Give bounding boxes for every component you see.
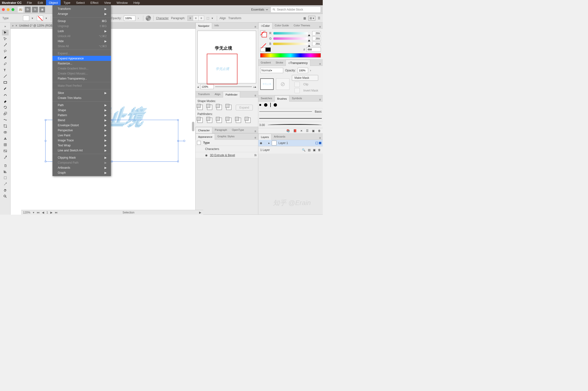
magic-wand-tool[interactable]	[2, 42, 9, 48]
expand-button[interactable]: Expand	[236, 105, 253, 110]
line-tool[interactable]	[2, 73, 9, 79]
g-value[interactable]	[312, 36, 321, 41]
nav-last[interactable]: ⏭	[55, 211, 58, 214]
panel-menu-icon[interactable]: ≡	[317, 25, 323, 28]
menu-item-transform[interactable]: Transform▶	[52, 6, 111, 11]
expand-doctabs[interactable]: »	[12, 24, 14, 27]
appearance-row-type[interactable]: Type	[196, 140, 258, 146]
invert-checkbox[interactable]: Invert Mask	[292, 88, 318, 93]
lasso-tool[interactable]	[2, 48, 9, 54]
pen-tool[interactable]	[2, 55, 9, 60]
brush-lib2-icon[interactable]: 📕	[293, 129, 297, 132]
stroke-swatch[interactable]	[37, 15, 43, 21]
tab-symbols[interactable]: Symbols	[290, 95, 304, 101]
scale-tool[interactable]	[2, 111, 9, 116]
menu-item-path[interactable]: Path▶	[52, 102, 111, 107]
tab-info[interactable]: Info	[212, 22, 221, 28]
r-value[interactable]	[312, 31, 321, 35]
align-link[interactable]: Align	[219, 16, 226, 20]
rectangle-tool[interactable]	[2, 80, 9, 85]
tab-opentype[interactable]: OpenType	[230, 127, 247, 133]
pixelview-icon[interactable]: ⊞ ▾	[308, 16, 315, 21]
transparency-thumb[interactable]: 学无止境	[260, 78, 274, 90]
zoom-window[interactable]	[11, 8, 14, 11]
panel-menu-icon[interactable]: ≡	[317, 136, 323, 140]
hand-tool[interactable]	[2, 187, 9, 193]
divide-icon[interactable]	[197, 118, 203, 123]
outline-icon[interactable]	[236, 118, 241, 123]
opacity-dd[interactable]: ›	[310, 69, 311, 72]
menu-item-arrange[interactable]: Arrange▶	[52, 11, 111, 16]
arrange-chip[interactable]: ▦	[39, 7, 45, 12]
menu-item-lock[interactable]: Lock▶	[52, 28, 111, 34]
rotate-tool[interactable]	[2, 104, 9, 110]
tab-color[interactable]: ◇ Color	[258, 22, 273, 29]
navigator-thumbnail[interactable]: 学无止境 学无止境	[197, 31, 256, 83]
tab-swatches[interactable]: Swatches	[258, 95, 275, 101]
mesh-tool[interactable]	[2, 142, 9, 148]
layer-name[interactable]: Layer 1	[279, 141, 288, 145]
minus-back-icon[interactable]	[245, 118, 251, 123]
menu-effect[interactable]: Effect	[88, 0, 101, 5]
new-layer-icon[interactable]: ▣	[313, 148, 315, 152]
tab-navigator[interactable]: Navigator	[196, 22, 212, 29]
eraser-tool[interactable]	[2, 98, 9, 104]
recolor-icon[interactable]	[146, 15, 151, 21]
panel-menu-icon[interactable]: ≡	[253, 130, 258, 133]
tab-transform[interactable]: Transform	[196, 91, 212, 97]
menu-select[interactable]: Select	[73, 0, 88, 5]
menu-type[interactable]: Type	[61, 0, 73, 5]
tab-transparency[interactable]: ◇ Transparency	[286, 60, 310, 66]
tab-brushes[interactable]: Brushes	[275, 95, 290, 101]
brush-row[interactable]: 3.00	[258, 122, 323, 128]
tab-color-guide[interactable]: Color Guide	[273, 22, 291, 28]
menu-object[interactable]: Object	[46, 0, 61, 5]
brush-new-icon[interactable]: ▣	[312, 129, 315, 132]
tab-gradient[interactable]: Gradient	[258, 59, 273, 66]
appearance-row-characters[interactable]: Characters	[196, 146, 258, 152]
panel-menu-icon[interactable]: ≡	[317, 62, 323, 66]
tab-character[interactable]: Character	[196, 127, 212, 133]
artboard-tool[interactable]	[2, 175, 9, 181]
listview-icon[interactable]: ☰	[318, 16, 320, 20]
document-tab[interactable]: Untitled-1* @ 120% (RGB/	[19, 24, 53, 27]
menu-item-group[interactable]: Group⌘G	[52, 18, 111, 23]
character-link[interactable]: Character	[156, 16, 169, 20]
shaper-tool[interactable]	[2, 92, 9, 98]
tab-artboards[interactable]: Artboards	[272, 133, 288, 140]
workspace-switcher[interactable]: Essentials	[251, 8, 268, 11]
menu-item-perspective[interactable]: Perspective▶	[52, 128, 111, 133]
nav-prev[interactable]: ◀	[42, 211, 44, 214]
layer-target[interactable]	[315, 142, 321, 144]
align-left[interactable]: ≡	[187, 15, 193, 21]
symbol-sprayer-tool[interactable]	[2, 162, 9, 168]
expand-tools[interactable]: »	[2, 23, 9, 29]
menu-item-image-trace[interactable]: Image Trace▶	[52, 138, 111, 143]
menu-item-pattern[interactable]: Pattern▶	[52, 113, 111, 118]
stroke-dd[interactable]: ▾	[46, 16, 48, 20]
merge-icon[interactable]	[217, 118, 222, 123]
brush-options-icon[interactable]: ☰	[306, 129, 309, 132]
brush-lib-icon[interactable]: 📚	[286, 129, 290, 132]
stock-chip[interactable]: St	[32, 7, 38, 12]
none-black-swatches[interactable]	[260, 47, 271, 52]
unite-icon[interactable]	[197, 105, 203, 110]
paintbrush-tool[interactable]	[2, 86, 9, 92]
appearance-row-3d[interactable]: ◉ 3D Extrude & Bevel fx	[196, 152, 258, 158]
blend-mode[interactable]: Normal ▾	[260, 68, 283, 73]
crop-icon[interactable]	[226, 118, 231, 123]
menu-help[interactable]: Help	[131, 0, 143, 5]
zoom-out[interactable]: ▴	[197, 85, 199, 89]
selection-tool[interactable]	[2, 30, 9, 35]
visibility-icon[interactable]: ◉	[205, 154, 207, 157]
tab-graphic-styles[interactable]: Graphic Styles	[215, 133, 237, 139]
clip-checkbox[interactable]: Clip	[292, 82, 318, 87]
make-mask-button[interactable]: Make Mask	[292, 75, 318, 81]
menu-item-hide[interactable]: Hide▶	[52, 39, 111, 44]
trim-icon[interactable]	[207, 118, 212, 123]
zoom-slider[interactable]	[215, 87, 252, 87]
menu-item-flatten-transparency[interactable]: Flatten Transparency...	[52, 76, 111, 81]
warp-icon[interactable]: ⬚	[206, 16, 209, 20]
locate-icon[interactable]: 🔍	[302, 148, 305, 152]
panel-menu-icon[interactable]: ≡	[253, 94, 258, 97]
